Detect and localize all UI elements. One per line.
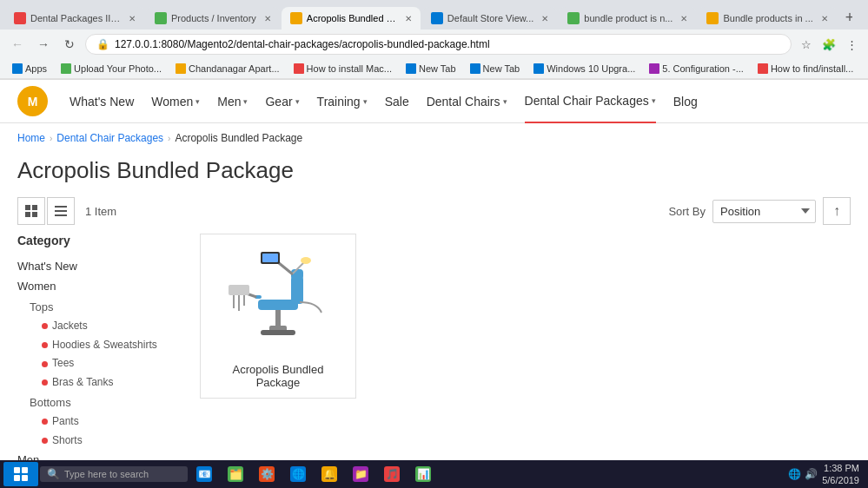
svg-rect-0 xyxy=(25,205,30,210)
svg-rect-5 xyxy=(55,210,67,212)
nav-item-training[interactable]: Training▾ xyxy=(317,81,368,122)
sidebar-item[interactable]: Hoodies & Sweatshirts xyxy=(17,336,182,355)
sort-asc-button[interactable]: ↑ xyxy=(823,197,851,225)
browser-tab-tab3[interactable]: Acropolis Bundled P...✕ xyxy=(282,7,421,30)
back-button[interactable]: ← xyxy=(7,34,28,55)
nav-item-sale[interactable]: Sale xyxy=(385,81,409,122)
svg-rect-6 xyxy=(55,214,67,216)
svg-rect-17 xyxy=(262,254,278,262)
bookmark-item[interactable]: Windows 10 Upgra... xyxy=(528,62,640,76)
nav-item-dental-chair-packages[interactable]: Dental Chair Packages▾ xyxy=(525,80,656,123)
bookmark-item[interactable]: New Tab xyxy=(401,62,461,76)
taskbar-app-4[interactable]: 🔔 xyxy=(315,462,344,486)
sidebar-item[interactable]: Women xyxy=(17,276,182,296)
new-tab-button[interactable]: + xyxy=(838,9,852,27)
product-grid: Acropolis Bundled Package xyxy=(200,234,851,399)
nav-label: Dental Chair Packages xyxy=(525,94,649,108)
nav-item-gear[interactable]: Gear▾ xyxy=(265,81,299,122)
bookmark-item[interactable]: 5. Configuration -... xyxy=(644,62,749,76)
taskbar-app-6[interactable]: 🎵 xyxy=(377,462,407,486)
sidebar-item[interactable]: What's New xyxy=(17,256,182,276)
nav-item-blog[interactable]: Blog xyxy=(673,81,698,122)
breadcrumb-current: Acropolis Bundled Package xyxy=(175,132,302,144)
bookmark-item[interactable]: Chandanagar Apart... xyxy=(170,62,285,76)
taskbar-system-icons: 🌐 🔊 xyxy=(788,468,818,480)
browser-tab-tab1[interactable]: Dental Packages II De...✕ xyxy=(5,7,144,30)
taskbar-app-1[interactable]: 🗂️ xyxy=(221,462,250,486)
nav-arrow-icon: ▾ xyxy=(652,96,656,105)
sidebar-item[interactable]: Shorts xyxy=(17,432,182,451)
search-icon: 🔍 xyxy=(47,468,60,480)
sidebar-item[interactable]: Pants xyxy=(17,412,182,432)
nav-item-what's-new[interactable]: What's New xyxy=(70,81,134,122)
sidebar-item[interactable]: Tees xyxy=(17,354,182,373)
browser-tab-tab5[interactable]: bundle product is n...✕ xyxy=(559,7,696,30)
reload-button[interactable]: ↻ xyxy=(59,34,80,55)
windows-logo-icon xyxy=(14,467,28,481)
nav-item-men[interactable]: Men▾ xyxy=(217,81,248,122)
bookmark-item[interactable]: Upload Your Photo... xyxy=(56,62,167,76)
search-bar[interactable]: 🔍 xyxy=(40,466,188,482)
list-view-button[interactable] xyxy=(47,197,75,225)
browser-chrome: Dental Packages II De...✕Products / Inve… xyxy=(0,0,868,80)
taskbar-app-3[interactable]: 🌐 xyxy=(283,462,313,486)
nav-item-women[interactable]: Women▾ xyxy=(151,81,200,122)
address-box[interactable]: 🔒 127.0.0.1:8080/Magento2/dental-chair-p… xyxy=(85,34,792,55)
address-bar-row: ← → ↻ 🔒 127.0.0.1:8080/Magento2/dental-c… xyxy=(0,30,868,59)
sidebar-item[interactable]: Bottoms xyxy=(17,392,182,412)
bookmark-item[interactable]: How to find/install... xyxy=(752,62,858,76)
bookmark-star-button[interactable]: ☆ xyxy=(797,35,816,54)
breadcrumb-home[interactable]: Home xyxy=(17,132,45,144)
page-title: Acropolis Bundled Package xyxy=(17,157,851,184)
nav-label: Women xyxy=(151,95,193,109)
sidebar-item[interactable]: Tops xyxy=(17,297,182,317)
taskbar-app-7[interactable]: 📊 xyxy=(408,462,438,486)
bookmark-item[interactable]: Apps xyxy=(7,62,52,76)
product-card[interactable]: Acropolis Bundled Package xyxy=(200,234,356,399)
network-icon: 🌐 xyxy=(788,468,801,480)
nav-arrow-icon: ▾ xyxy=(195,97,200,106)
address-text: 127.0.0.1:8080/Magento2/dental-chair-pac… xyxy=(115,38,780,50)
tab-bar: Dental Packages II De...✕Products / Inve… xyxy=(0,0,868,30)
start-button[interactable] xyxy=(3,462,38,486)
main-layout: Category What's NewWomenTopsJacketsHoodi… xyxy=(0,234,868,488)
product-image xyxy=(209,243,347,356)
svg-rect-12 xyxy=(291,269,303,280)
nav-arrow-icon: ▾ xyxy=(363,97,368,106)
search-input[interactable] xyxy=(64,469,181,479)
sidebar-item[interactable]: Bras & Tanks xyxy=(17,373,182,392)
nav-label: Dental Chairs xyxy=(427,95,500,109)
forward-button[interactable]: → xyxy=(33,34,54,55)
sidebar: Category What's NewWomenTopsJacketsHoodi… xyxy=(17,234,182,488)
minimize-button[interactable]: ─ xyxy=(854,5,868,30)
breadcrumb-sep-1: › xyxy=(50,134,52,143)
menu-button[interactable]: ⋮ xyxy=(842,35,861,54)
nav-label: Sale xyxy=(385,95,409,109)
browser-tab-tab4[interactable]: Default Store View...✕ xyxy=(422,7,557,30)
breadcrumb: Home › Dental Chair Packages › Acropolis… xyxy=(0,123,868,153)
sort-select[interactable]: PositionProduct NamePrice xyxy=(712,200,816,223)
grid-view-button[interactable] xyxy=(17,197,45,225)
bookmark-item[interactable]: New Tab xyxy=(465,62,526,76)
product-toolbar: 1 Item Sort By PositionProduct NamePrice… xyxy=(0,197,868,234)
svg-point-23 xyxy=(301,257,311,264)
taskbar-app-5[interactable]: 📁 xyxy=(346,462,375,486)
bookmark-item[interactable]: How to install Mac... xyxy=(288,62,397,76)
svg-rect-2 xyxy=(25,212,30,217)
nav-label: Men xyxy=(217,95,241,109)
svg-rect-1 xyxy=(32,205,37,210)
sidebar-item[interactable]: Jackets xyxy=(17,317,182,336)
page: M What's NewWomen▾Men▾Gear▾Training▾Sale… xyxy=(0,80,868,488)
breadcrumb-dental-packages[interactable]: Dental Chair Packages xyxy=(56,132,163,144)
browser-tab-tab6[interactable]: Bundle products in ...✕ xyxy=(698,7,836,30)
product-name: Acropolis Bundled Package xyxy=(209,363,347,389)
nav-arrow-icon: ▾ xyxy=(503,97,507,106)
taskbar-app-0[interactable]: 📧 xyxy=(189,462,219,486)
breadcrumb-sep-2: › xyxy=(168,134,170,143)
nav-label: Blog xyxy=(673,95,698,109)
browser-tab-tab2[interactable]: Products / Inventory✕ xyxy=(146,7,280,30)
toolbar-icons: ☆ 🧩 ⋮ xyxy=(797,35,861,54)
extensions-button[interactable]: 🧩 xyxy=(819,35,838,54)
taskbar-app-2[interactable]: ⚙️ xyxy=(252,462,282,486)
nav-item-dental-chairs[interactable]: Dental Chairs▾ xyxy=(427,81,507,122)
